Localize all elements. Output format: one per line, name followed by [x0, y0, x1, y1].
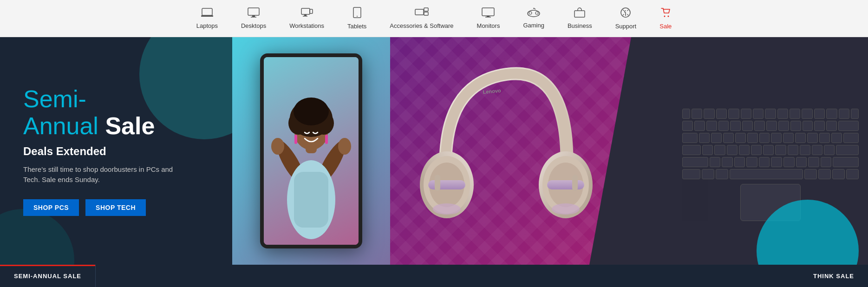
- svg-point-17: [528, 10, 540, 17]
- svg-rect-14: [482, 8, 494, 16]
- svg-rect-2: [248, 8, 259, 15]
- svg-point-19: [535, 12, 538, 14]
- tablets-label: Tablets: [347, 23, 366, 30]
- keyboard-row-space: [682, 169, 859, 179]
- keyboard-visual: [682, 109, 859, 221]
- svg-rect-4: [251, 17, 256, 18]
- accessories-label: Accessories & Software: [390, 22, 453, 29]
- svg-rect-41: [325, 135, 328, 144]
- svg-rect-40: [294, 135, 297, 144]
- keyboard-row-2: [682, 133, 859, 143]
- nav-items: Laptops Desktops Workstations Tablets: [187, 3, 681, 33]
- nav-item-monitors[interactable]: Monitors: [468, 4, 509, 33]
- laptops-icon: [201, 7, 213, 20]
- svg-point-39: [294, 98, 329, 125]
- svg-text:Lenovo: Lenovo: [483, 88, 501, 95]
- tablet-screen: [264, 57, 359, 245]
- laptops-label: Laptops: [196, 22, 218, 29]
- support-label: Support: [615, 23, 637, 30]
- think-sale-label: THINK SALE: [813, 273, 854, 280]
- nav-item-laptops[interactable]: Laptops: [187, 4, 227, 33]
- sale-title: Semi-Annual Sale: [23, 86, 209, 139]
- svg-rect-7: [304, 14, 307, 16]
- semi-annual-text: Semi-Annual: [23, 85, 98, 139]
- hero-right-panel: Lenovo: [390, 37, 868, 265]
- keyboard-row-fn: [682, 109, 859, 119]
- svg-rect-12: [424, 8, 428, 11]
- nav-item-desktops[interactable]: Desktops: [232, 4, 275, 33]
- deals-extended-title: Deals Extended: [23, 145, 209, 158]
- nav-item-workstations[interactable]: Workstations: [280, 4, 333, 33]
- hero-tablet-panel: [232, 37, 390, 265]
- nav-item-support[interactable]: Support: [606, 3, 646, 33]
- bottom-semi-annual-sale[interactable]: SEMI-ANNUAL SALE: [0, 265, 96, 287]
- sale-text: Sale: [105, 112, 155, 139]
- svg-rect-50: [547, 180, 584, 189]
- desktops-label: Desktops: [241, 22, 266, 29]
- headphones-svg: Lenovo: [418, 56, 594, 241]
- svg-point-30: [271, 138, 284, 155]
- svg-rect-15: [487, 16, 489, 17]
- red-indicator: [0, 265, 95, 266]
- tablet-frame: [260, 53, 362, 248]
- tablet-container: [232, 37, 390, 265]
- accessories-icon: [415, 7, 429, 20]
- monitors-icon: [482, 7, 495, 20]
- svg-rect-22: [574, 11, 585, 17]
- svg-rect-33: [294, 172, 328, 228]
- sale-label: Sale: [659, 23, 672, 30]
- nav-item-gaming[interactable]: Gaming: [514, 4, 554, 33]
- svg-point-31: [338, 138, 351, 155]
- svg-rect-0: [202, 8, 212, 15]
- svg-rect-46: [428, 180, 465, 189]
- svg-point-52: [552, 203, 580, 215]
- svg-rect-3: [252, 15, 255, 17]
- workstations-icon: [301, 7, 313, 20]
- headphone-area: Lenovo: [418, 56, 604, 246]
- svg-rect-11: [415, 9, 424, 15]
- svg-rect-8: [303, 16, 307, 17]
- gaming-icon: [527, 8, 540, 20]
- business-icon: [574, 7, 585, 20]
- monitors-label: Monitors: [477, 22, 500, 29]
- bottom-think-sale[interactable]: THINK SALE: [799, 265, 868, 287]
- svg-rect-1: [201, 15, 213, 17]
- navigation: Laptops Desktops Workstations Tablets: [0, 0, 868, 37]
- support-icon: [620, 7, 631, 21]
- svg-rect-54: [572, 175, 578, 191]
- svg-rect-6: [310, 9, 313, 13]
- nav-item-tablets[interactable]: Tablets: [338, 3, 376, 33]
- shop-tech-button[interactable]: SHOP TECH: [85, 199, 146, 216]
- svg-rect-16: [485, 17, 491, 18]
- nav-item-business[interactable]: Business: [558, 4, 601, 33]
- svg-point-25: [664, 16, 666, 17]
- gaming-label: Gaming: [523, 22, 544, 29]
- bottom-bar: SEMI-ANNUAL SALE THINK SALE: [0, 265, 868, 287]
- semi-annual-sale-label: SEMI-ANNUAL SALE: [14, 273, 81, 280]
- cta-buttons: SHOP PCS SHOP TECH: [23, 199, 209, 216]
- keyboard-row-1: [682, 121, 859, 131]
- svg-point-26: [668, 16, 669, 17]
- svg-point-18: [529, 12, 532, 14]
- svg-point-24: [625, 15, 626, 16]
- sale-icon: [660, 7, 671, 21]
- svg-point-10: [357, 16, 358, 17]
- hero-left-panel: Semi-Annual Sale Deals Extended There's …: [0, 37, 232, 265]
- svg-rect-53: [435, 175, 440, 191]
- svg-point-51: [433, 203, 461, 215]
- keyboard-row-4: [682, 157, 859, 167]
- desktops-icon: [248, 7, 260, 20]
- svg-rect-13: [424, 12, 428, 15]
- nav-item-accessories[interactable]: Accessories & Software: [380, 4, 463, 33]
- business-label: Business: [568, 22, 592, 29]
- person-illustration: [264, 57, 359, 245]
- shop-pcs-button[interactable]: SHOP PCS: [23, 199, 79, 216]
- svg-rect-5: [301, 8, 310, 14]
- workstations-label: Workstations: [289, 22, 324, 29]
- deals-description: There's still time to shop doorbusters i…: [23, 164, 190, 185]
- nav-item-sale[interactable]: Sale: [650, 3, 681, 33]
- tablets-icon: [353, 7, 361, 21]
- keyboard-row-3: [682, 145, 859, 155]
- hero-section: Semi-Annual Sale Deals Extended There's …: [0, 37, 868, 265]
